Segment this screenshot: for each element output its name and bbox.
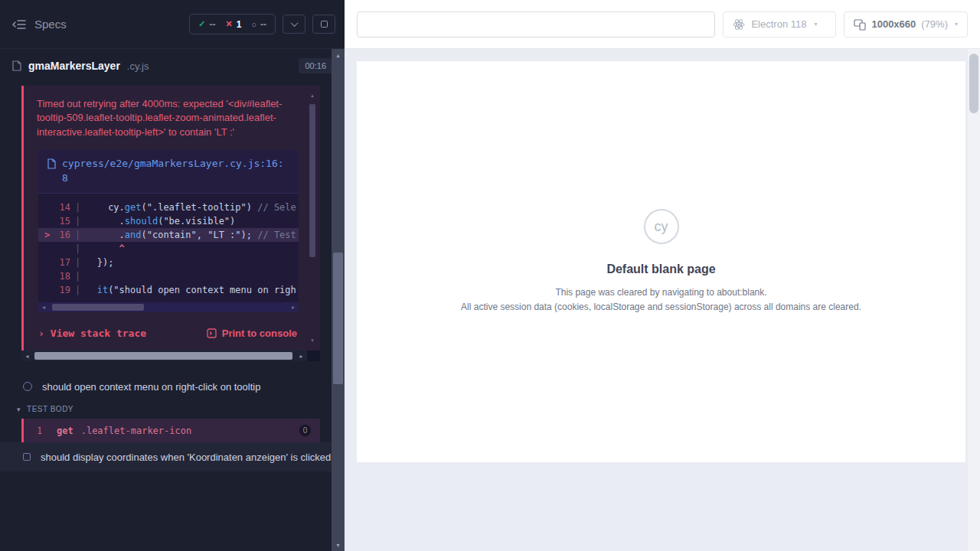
scroll-thumb[interactable] [52,304,144,311]
scroll-thumb[interactable] [309,104,315,257]
stat-pending-count: -- [260,19,266,30]
code-line: 19| it("should open context menu on righ [38,283,299,297]
runner-main: Electron 118 ▾ 1000x660 (79%) ▾ cy Defau… [345,0,980,551]
view-stack-trace-link[interactable]: › View stack trace [38,328,146,339]
test-pending-icon [23,453,31,461]
stat-pending: ○ -- [251,19,266,30]
code-frame: cypress/e2e/gmaMarkersLayer.cy.js:16:8 1… [38,150,299,312]
runner-header: Electron 118 ▾ 1000x660 (79%) ▾ [345,0,980,49]
url-input[interactable] [357,11,715,37]
error-message: Timed out retrying after 4000ms: expecte… [37,97,294,139]
x-icon: ✕ [225,19,232,29]
scrollbar-corner [307,350,320,361]
test-title: should open context menu on right-click … [42,380,260,394]
print-to-console-label: Print to console [222,328,297,339]
scroll-track[interactable] [332,61,345,539]
command-row[interactable]: 1 get .leaflet-marker-icon 0 [21,419,320,442]
chevron-down-icon: ▾ [955,21,958,28]
scroll-thumb[interactable] [34,352,292,360]
electron-icon [733,18,745,31]
aut-stage: cy Default blank page This page was clea… [345,49,980,551]
document-icon [47,158,56,169]
stop-icon [321,21,328,28]
page-vertical-scrollbar[interactable] [968,49,980,551]
blank-page-title: Default blank page [606,262,715,276]
browser-select[interactable]: Electron 118 ▾ [723,11,836,37]
test-body-label: TEST BODY [27,405,74,413]
viewport-size: 1000x660 [871,18,916,30]
reporter-topbar: Specs ✓ -- ✕ 1 ○ -- [0,0,345,49]
scroll-track[interactable] [49,302,288,312]
spec-header[interactable]: gmaMarkersLayer .cy.js 00:16 [0,49,345,83]
check-icon: ✓ [198,19,205,29]
scroll-track[interactable] [33,350,296,361]
code-line: 17| }); [38,256,299,269]
command-count-badge: 0 [299,425,311,436]
scroll-left-icon[interactable]: ◂ [38,302,49,312]
code-frame-file-text: cypress/e2e/gmaMarkersLayer.cy.js:16:8 [62,157,289,186]
stat-failed: ✕ 1 [225,19,241,30]
scroll-thumb[interactable] [333,253,343,384]
error-vertical-scrollbar[interactable]: ▴ ▾ [309,92,316,344]
specs-title: Specs [34,18,67,31]
test-item-context-menu[interactable]: should open context menu on right-click … [0,372,345,401]
scroll-track[interactable] [309,99,316,337]
spec-name: gmaMarkersLayer [28,60,120,72]
scroll-up-icon[interactable]: ▴ [311,92,314,99]
test-error-panel: Timed out retrying after 4000ms: expecte… [21,86,320,350]
scroll-left-icon[interactable]: ◂ [21,350,33,361]
command-method: get [57,425,74,436]
test-title: should display coordinates when 'Koordin… [41,451,331,465]
viewport-info[interactable]: 1000x660 (79%) ▾ [844,11,968,37]
reporter-sidebar: Specs ✓ -- ✕ 1 ○ -- [0,0,345,551]
code-frame-file-link[interactable]: cypress/e2e/gmaMarkersLayer.cy.js:16:8 [38,150,299,194]
code-line: | ^ [38,242,299,256]
test-body-toggle[interactable]: ▾ TEST BODY [0,401,345,419]
scroll-right-icon[interactable]: ▸ [296,350,307,361]
test-item-coordinates[interactable]: should display coordinates when 'Koordin… [0,442,345,471]
stat-passed: ✓ -- [198,19,215,30]
code-line: 15| .should("be.visible") [38,214,299,228]
blank-page-line1: This page was cleared by navigating to a… [555,285,766,300]
cypress-logo: cy [644,209,679,244]
scroll-down-icon[interactable]: ▾ [332,539,345,551]
scroll-up-icon[interactable]: ▴ [332,49,345,61]
command-args: .leaflet-marker-icon [81,425,192,436]
chevron-down-icon [290,19,298,27]
code-frame-lines: 14| cy.get(".leaflet-tooltip") // Sele15… [38,194,299,298]
code-horizontal-scrollbar[interactable]: ◂ ▸ [38,302,299,312]
console-icon [207,328,217,338]
scroll-down-icon[interactable]: ▾ [311,337,314,344]
chevron-right-icon: › [38,328,44,339]
scroll-right-icon[interactable]: ▸ [288,302,299,312]
test-list: should open context menu on right-click … [0,372,345,471]
run-stats: ✓ -- ✕ 1 ○ -- [189,14,276,34]
stop-run-button[interactable] [312,15,335,34]
pending-circle-icon: ○ [251,20,256,29]
error-actions: › View stack trace Print to console [38,328,297,339]
collapse-all-button[interactable] [283,15,305,34]
aut-iframe: cy Default blank page This page was clea… [357,61,965,462]
spec-timer: 00:16 [299,58,332,73]
viewport-scale: (79%) [921,18,948,30]
stat-failed-count: 1 [237,19,242,30]
app: Specs ✓ -- ✕ 1 ○ -- [0,0,980,551]
code-line: 18| [38,269,299,283]
chevron-down-icon: ▾ [814,21,817,28]
command-number: 1 [37,425,57,436]
cypress-logo-text: cy [655,219,668,235]
view-stack-trace-label: View stack trace [51,328,146,339]
print-to-console-button[interactable]: Print to console [207,328,297,339]
sidebar-vertical-scrollbar[interactable]: ▴ ▾ [332,49,345,551]
stat-passed-count: -- [209,19,215,30]
code-line: 14| cy.get(".leaflet-tooltip") // Sele [38,201,299,214]
blank-page-line2: All active session data (cookies, localS… [461,300,861,315]
attempt-horizontal-scrollbar[interactable]: ◂ ▸ [21,350,320,361]
spec-extension: .cy.js [127,60,149,72]
scroll-thumb[interactable] [969,54,978,113]
specs-menu-icon[interactable] [12,19,26,30]
chevron-down-icon: ▾ [17,406,21,413]
test-running-icon [23,382,32,391]
file-icon [12,60,21,71]
browser-label: Electron 118 [751,18,806,30]
